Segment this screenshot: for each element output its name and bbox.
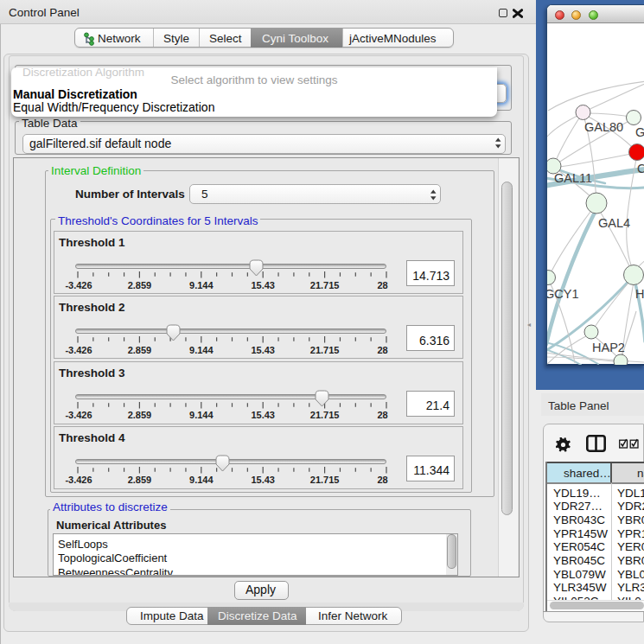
- svg-text:HAP2: HAP2: [592, 341, 625, 354]
- svg-text:GCY1: GCY1: [547, 287, 579, 301]
- svg-text:C: C: [637, 162, 644, 175]
- svg-text:H: H: [635, 287, 644, 301]
- svg-text:GAL80: GAL80: [584, 120, 623, 134]
- svg-text:GAL4: GAL4: [598, 216, 630, 230]
- svg-text:GAL11: GAL11: [554, 171, 592, 185]
- svg-text:GA: GA: [635, 125, 644, 139]
